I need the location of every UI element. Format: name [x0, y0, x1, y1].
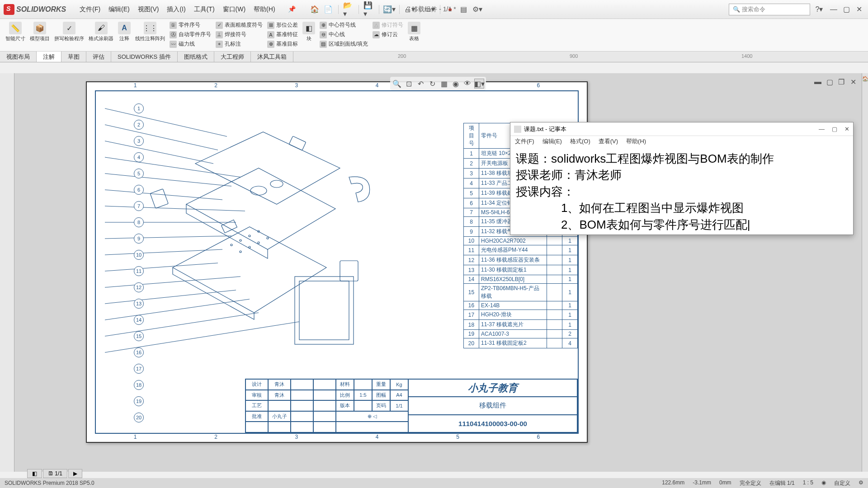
bom-row[interactable]: 11光电传感器PM-Y441: [464, 245, 578, 255]
revision-cloud-button[interactable]: ☁修订云: [371, 30, 405, 39]
balloon-1[interactable]: 1: [134, 103, 144, 113]
datum-target-button[interactable]: ⊕基准目标: [265, 40, 300, 48]
bom-row[interactable]: 2011-31 移载固定板24: [464, 338, 578, 348]
np-close-icon[interactable]: ✕: [844, 126, 849, 132]
note-button[interactable]: A注释: [116, 21, 132, 49]
revision-symbol-button[interactable]: △修订符号: [371, 21, 405, 29]
settings-icon[interactable]: ⚙▾: [472, 4, 483, 15]
menu-help[interactable]: 帮助(H): [254, 5, 275, 14]
view-cube-icon[interactable]: ◧▾: [474, 79, 484, 89]
window-min-icon[interactable]: ▬: [813, 77, 823, 87]
tab-addins[interactable]: SOLIDWORKS 插件: [111, 52, 178, 62]
surface-finish-button[interactable]: ✓表面粗糙度符号: [214, 21, 264, 29]
zoom-area-icon[interactable]: ⊡: [404, 79, 414, 89]
bom-row[interactable]: 15ZP2-TB06MBN-H5-产品移载1: [464, 284, 578, 301]
tables-button[interactable]: ▦表格: [406, 21, 422, 49]
display-icon[interactable]: ▦: [439, 79, 449, 89]
notepad-content[interactable]: 课题：solidworks工程图爆炸视图与BOM表的制作 授课老师：青沐老师 授…: [510, 147, 853, 236]
balloon-8[interactable]: 8: [134, 217, 144, 227]
menu-view[interactable]: 视图(V): [138, 5, 159, 14]
home-icon[interactable]: 🏠: [309, 4, 320, 15]
np-maximize-icon[interactable]: ▢: [832, 126, 837, 132]
menu-edit[interactable]: 编辑(E): [108, 5, 130, 14]
bom-row[interactable]: 1311-30 移载固定板11: [464, 265, 578, 275]
np-menu-help[interactable]: 帮助(H): [626, 137, 646, 145]
status-ball-icon[interactable]: ◉: [821, 479, 826, 487]
window-max-icon[interactable]: ▢: [825, 77, 835, 87]
menu-file[interactable]: 文件(F): [80, 5, 100, 14]
balloon-5[interactable]: 5: [134, 169, 144, 178]
side-task-pane[interactable]: 🏠: [862, 73, 868, 472]
status-scale[interactable]: 1 : 5: [803, 479, 813, 487]
hole-callout-button[interactable]: ⌖孔标注: [214, 40, 264, 48]
auto-balloon-button[interactable]: Ⓐ自动零件序号: [168, 30, 213, 39]
tab-evaluate[interactable]: 评估: [86, 52, 111, 62]
tab-sheet-format[interactable]: 图纸格式: [178, 52, 214, 62]
balloon-10[interactable]: 10: [134, 250, 144, 260]
status-zoom[interactable]: 自定义: [834, 479, 850, 487]
balloon-3[interactable]: 3: [134, 136, 144, 146]
format-painter-button[interactable]: 🖌格式涂刷器: [87, 21, 115, 49]
balloon-7[interactable]: 7: [134, 201, 144, 211]
linear-pattern-button[interactable]: ⋮⋮线性注释阵列: [133, 21, 167, 49]
smart-dimension-button[interactable]: 📏智能尺寸: [4, 21, 27, 49]
menu-window[interactable]: 窗口(W): [223, 5, 246, 14]
menu-insert[interactable]: 插入(I): [167, 5, 185, 14]
window-close-icon[interactable]: ✕: [848, 77, 858, 87]
balloon-18[interactable]: 18: [134, 380, 144, 390]
hide-show-icon[interactable]: 👁: [462, 79, 472, 89]
balloon-11[interactable]: 11: [134, 266, 144, 276]
balloon-19[interactable]: 19: [134, 396, 144, 406]
reload-icon[interactable]: 🔄▾: [384, 4, 395, 15]
status-gear-icon[interactable]: ⚙: [859, 479, 863, 487]
tab-sketch[interactable]: 草图: [61, 52, 86, 62]
bom-row[interactable]: 14RMS16X250LB[0]1: [464, 275, 578, 284]
bom-row[interactable]: 1211-36 移载感应器安装条1: [464, 255, 578, 265]
tab-mufeng[interactable]: 沐风工具箱: [251, 52, 293, 62]
rec2-icon[interactable]: ▤: [458, 4, 469, 15]
balloon-9[interactable]: 9: [134, 234, 144, 244]
tab-view-layout[interactable]: 视图布局: [0, 52, 37, 62]
weld-symbol-button[interactable]: ⊥焊接符号: [214, 30, 264, 39]
exploded-view[interactable]: 1 2 3 4 5 6 7 8 9 10 11 12 13 14 15 16 1…: [105, 96, 394, 358]
notepad-titlebar[interactable]: 课题.txt - 记事本 — ▢ ✕: [510, 122, 853, 136]
spell-check-button[interactable]: ✓拼写检验程序: [52, 21, 86, 49]
np-menu-format[interactable]: 格式(O): [570, 137, 590, 145]
window-restore-icon[interactable]: ❐: [836, 77, 846, 87]
help-icon[interactable]: ?▾: [814, 4, 825, 15]
balloon-6[interactable]: 6: [134, 185, 144, 195]
balloon-4[interactable]: 4: [134, 152, 144, 162]
block-button[interactable]: ◧块: [301, 21, 317, 49]
sheet-tab-1[interactable]: 🖺 1/1: [43, 469, 67, 478]
balloon-13[interactable]: 13: [134, 299, 144, 309]
pin-icon[interactable]: 📌: [288, 5, 296, 14]
balloon-2[interactable]: 2: [134, 120, 144, 130]
balloon-button[interactable]: ①零件序号: [168, 21, 213, 29]
balloon-12[interactable]: 12: [134, 282, 144, 292]
np-menu-view[interactable]: 查看(V): [599, 137, 618, 145]
sheet-tab-icon[interactable]: ◧: [27, 469, 42, 478]
magnetic-line-button[interactable]: 〰磁力线: [168, 40, 213, 48]
balloon-20[interactable]: 20: [134, 413, 144, 422]
balloon-16[interactable]: 16: [134, 347, 144, 357]
bom-row[interactable]: 1811-37 移载遮光片1: [464, 320, 578, 330]
minimize-icon[interactable]: —: [828, 4, 839, 15]
np-menu-file[interactable]: 文件(F): [515, 137, 534, 145]
balloon-17[interactable]: 17: [134, 364, 144, 374]
np-menu-edit[interactable]: 编辑(E): [542, 137, 562, 145]
area-hatch-button[interactable]: ▨区域剖面线/填充: [318, 40, 370, 48]
notepad-window[interactable]: 课题.txt - 记事本 — ▢ ✕ 文件(F) 编辑(E) 格式(O) 查看(…: [510, 122, 854, 235]
datum-feature-button[interactable]: A基准特征: [265, 30, 300, 39]
center-mark-button[interactable]: ⊕中心符号线: [318, 21, 370, 29]
save-icon[interactable]: 💾▾: [363, 4, 374, 15]
centerline-button[interactable]: ⊖中心线: [318, 30, 370, 39]
next-sheet-icon[interactable]: ▶: [68, 469, 82, 478]
menu-tools[interactable]: 工具(T): [194, 5, 215, 14]
balloon-14[interactable]: 14: [134, 315, 144, 325]
maximize-icon[interactable]: ▢: [841, 4, 852, 15]
balloon-15[interactable]: 15: [134, 331, 144, 341]
bom-row[interactable]: 19ACA1007-32: [464, 330, 578, 338]
display-style-icon[interactable]: ◉: [451, 79, 461, 89]
bom-row[interactable]: 16EX-14B1: [464, 301, 578, 310]
close-icon[interactable]: ✕: [854, 4, 864, 15]
